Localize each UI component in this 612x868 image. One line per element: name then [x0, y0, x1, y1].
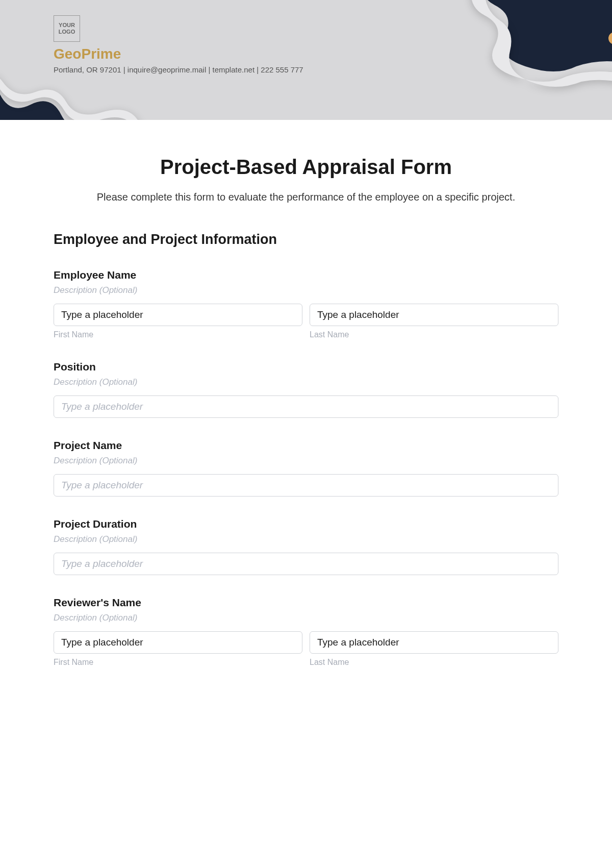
field-desc-reviewer-name: Description (Optional)	[54, 613, 558, 623]
field-label-employee-name: Employee Name	[54, 269, 558, 281]
field-project-duration: Project Duration Description (Optional)	[54, 518, 558, 575]
last-name-sublabel: Last Name	[310, 330, 558, 339]
logo-placeholder: YOUR LOGO	[54, 15, 80, 42]
field-label-project-name: Project Name	[54, 439, 558, 452]
position-input[interactable]	[54, 395, 558, 418]
brand-contact: Portland, OR 97201 | inquire@geoprime.ma…	[54, 65, 612, 74]
first-name-sublabel: First Name	[54, 330, 302, 339]
form-description: Please complete this form to evaluate th…	[54, 189, 558, 205]
field-project-name: Project Name Description (Optional)	[54, 439, 558, 497]
field-position: Position Description (Optional)	[54, 361, 558, 418]
form-title: Project-Based Appraisal Form	[54, 156, 558, 179]
section-title: Employee and Project Information	[54, 232, 558, 247]
last-name-input[interactable]	[310, 304, 558, 326]
reviewer-last-name-input[interactable]	[310, 631, 558, 654]
header-content: YOUR LOGO GeoPrime Portland, OR 97201 | …	[0, 0, 612, 74]
brand-name: GeoPrime	[54, 46, 612, 62]
logo-text: YOUR LOGO	[54, 22, 80, 35]
field-label-position: Position	[54, 361, 558, 373]
first-name-input[interactable]	[54, 304, 302, 326]
field-employee-name: Employee Name Description (Optional) Fir…	[54, 269, 558, 339]
project-duration-input[interactable]	[54, 553, 558, 575]
field-desc-project-name: Description (Optional)	[54, 456, 558, 466]
form-container: Project-Based Appraisal Form Please comp…	[0, 120, 612, 682]
field-label-project-duration: Project Duration	[54, 518, 558, 530]
document-header: YOUR LOGO GeoPrime Portland, OR 97201 | …	[0, 0, 612, 120]
project-name-input[interactable]	[54, 474, 558, 497]
field-reviewer-name: Reviewer's Name Description (Optional) F…	[54, 597, 558, 667]
field-desc-position: Description (Optional)	[54, 377, 558, 387]
field-desc-project-duration: Description (Optional)	[54, 534, 558, 544]
field-label-reviewer-name: Reviewer's Name	[54, 597, 558, 609]
field-desc-employee-name: Description (Optional)	[54, 285, 558, 295]
reviewer-first-name-sublabel: First Name	[54, 658, 302, 667]
reviewer-first-name-input[interactable]	[54, 631, 302, 654]
reviewer-last-name-sublabel: Last Name	[310, 658, 558, 667]
